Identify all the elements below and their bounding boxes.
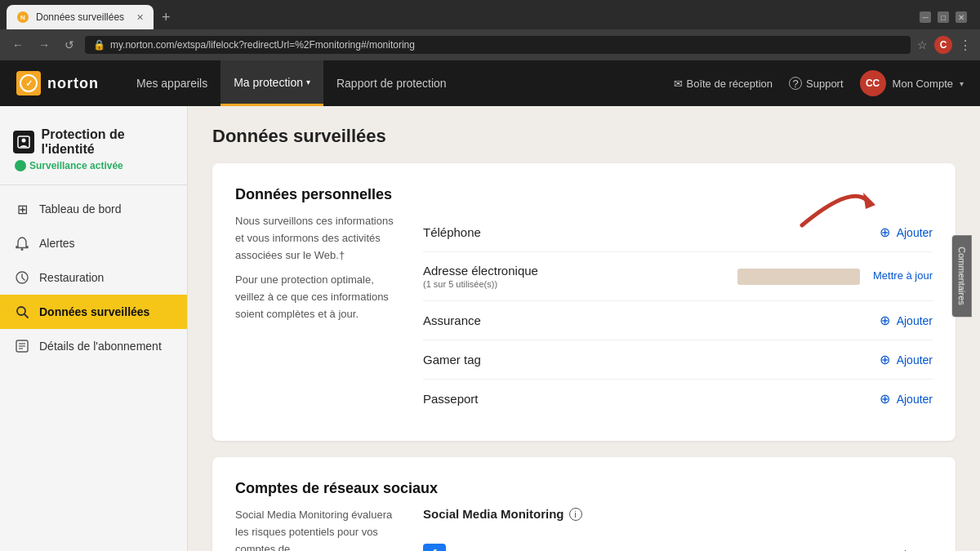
url-text: my.norton.com/extspa/lifelock?redirectUr…	[110, 39, 902, 51]
social-media-monitoring-title: Social Media Monitoring	[423, 507, 564, 521]
sidebar-label-donnees-surveillees: Données surveillées	[39, 305, 149, 318]
support-label: Support	[806, 78, 844, 90]
email-update-button[interactable]: Mettre à jour	[873, 269, 933, 283]
assurance-plus-icon: ⊕	[880, 313, 890, 328]
sidebar-label-restauration: Restauration	[39, 271, 104, 284]
gamer-tag-plus-icon: ⊕	[880, 352, 890, 367]
sidebar-item-restauration[interactable]: Restauration	[0, 260, 187, 295]
telephone-add-label: Ajouter	[897, 226, 933, 239]
email-sub-label: (1 sur 5 utilisée(s))	[423, 279, 737, 289]
passeport-add-button[interactable]: ⊕ Ajouter	[880, 391, 933, 407]
nav-right-items: ✉ Boîte de réception ? Support CC Mon Co…	[674, 70, 964, 96]
user-account-label: Mon Compte	[893, 78, 953, 90]
refresh-button[interactable]: ↺	[60, 37, 78, 53]
sidebar-item-details-abonnement[interactable]: Détails de l'abonnement	[0, 329, 187, 363]
toolbar-right: ☆ C ⋮	[917, 36, 972, 54]
svg-line-9	[24, 314, 28, 318]
feedback-tab[interactable]: Commentaires	[952, 235, 972, 317]
nav-support[interactable]: ? Support	[789, 77, 844, 90]
social-description: Social Media Monitoring évaluera les ris…	[235, 507, 399, 551]
abonnement-icon	[13, 337, 31, 355]
email-label-group: Adresse électronique (1 sur 5 utilisée(s…	[423, 264, 737, 289]
personal-data-card: Données personnelles Nous surveillons ce…	[212, 163, 956, 441]
email-label: Adresse électronique	[423, 264, 737, 278]
nav-rapport-protection[interactable]: Rapport de protection	[323, 60, 460, 106]
svg-point-5	[22, 139, 26, 143]
norton-navbar: ✓ norton Mes appareils Ma protection ▾ R…	[0, 60, 980, 106]
social-card-content: Social Media Monitoring i f Facebook ⊕ A…	[423, 507, 933, 551]
svg-point-6	[21, 248, 24, 251]
email-row: Adresse électronique (1 sur 5 utilisée(s…	[423, 252, 933, 301]
main-layout: Protection de l'identité Surveillance ac…	[0, 106, 980, 551]
assurance-add-button[interactable]: ⊕ Ajouter	[880, 313, 933, 328]
email-value	[737, 269, 860, 285]
social-media-info-icon[interactable]: i	[569, 508, 582, 521]
nav-inbox[interactable]: ✉ Boîte de réception	[674, 78, 773, 90]
nav-mes-appareils[interactable]: Mes appareils	[123, 60, 220, 106]
passeport-label: Passeport	[423, 392, 880, 406]
user-account[interactable]: CC Mon Compte ▾	[860, 70, 964, 96]
sidebar-item-alertes[interactable]: Alertes	[0, 226, 187, 260]
nav-label-mes-appareils: Mes appareils	[136, 77, 207, 90]
nav-ma-protection[interactable]: Ma protection ▾	[220, 60, 323, 106]
facebook-plus-icon: ⊕	[880, 548, 890, 552]
inbox-label: Boîte de réception	[687, 78, 773, 90]
svg-text:✓: ✓	[25, 78, 33, 88]
tab-favicon: N	[16, 11, 29, 24]
svg-marker-14	[863, 193, 875, 209]
back-button[interactable]: ←	[8, 37, 28, 53]
gamer-tag-row: Gamer tag ⊕ Ajouter	[423, 340, 933, 380]
browser-menu-icon[interactable]: ⋮	[959, 38, 972, 53]
passeport-plus-icon: ⊕	[880, 391, 890, 407]
facebook-row: f Facebook ⊕ Ajouter	[423, 532, 933, 551]
forward-button[interactable]: →	[34, 37, 54, 53]
identity-icon	[13, 131, 34, 153]
address-bar-container: ← → ↺ 🔒 my.norton.com/extspa/lifelock?re…	[0, 29, 980, 60]
bookmark-icon[interactable]: ☆	[917, 38, 928, 51]
personal-data-desc-2: Pour une protection optimale, veillez à …	[235, 272, 399, 322]
content-area: Données surveillées Données personnelles…	[188, 106, 980, 551]
passeport-add-label: Ajouter	[897, 393, 933, 406]
url-bar[interactable]: 🔒 my.norton.com/extspa/lifelock?redirect…	[85, 36, 911, 54]
sidebar-item-tableau-de-bord[interactable]: ⊞ Tableau de bord	[0, 192, 187, 226]
sidebar-label-details-abonnement: Détails de l'abonnement	[39, 340, 162, 353]
assurance-label: Assurance	[423, 313, 880, 327]
sidebar-identity-title: Protection de l'identité	[13, 127, 174, 157]
norton-logo-icon: ✓	[16, 71, 41, 96]
sidebar-item-donnees-surveillees[interactable]: Données surveillées	[0, 295, 187, 329]
tab-bar: N Données surveillées ✕ + ─ □ ✕	[0, 0, 980, 29]
sidebar-label-alertes: Alertes	[39, 237, 75, 250]
gamer-tag-label: Gamer tag	[423, 353, 880, 367]
social-card-title: Comptes de réseaux sociaux	[235, 480, 933, 497]
lock-icon: 🔒	[93, 39, 105, 51]
sidebar-identity-section: Protection de l'identité Surveillance ac…	[0, 119, 187, 185]
coupon-icon[interactable]: C	[934, 36, 952, 54]
account-dropdown-icon: ▾	[960, 79, 964, 88]
assurance-add-label: Ajouter	[897, 314, 933, 327]
tab-title: Données surveillées	[36, 11, 130, 23]
facebook-label: Facebook	[454, 549, 880, 552]
assurance-row: Assurance ⊕ Ajouter	[423, 301, 933, 340]
maximize-button[interactable]: □	[938, 11, 949, 23]
email-update-label: Mettre à jour	[873, 269, 933, 282]
minimize-button[interactable]: ─	[920, 11, 931, 23]
tab-close-button[interactable]: ✕	[136, 12, 144, 23]
nav-label-ma-protection: Ma protection	[234, 76, 303, 89]
personal-data-description: Nous surveillons ces informations et vou…	[235, 213, 399, 418]
surveillance-active-icon	[15, 160, 26, 171]
telephone-add-button[interactable]: ⊕ Ajouter	[880, 224, 933, 240]
social-media-monitoring-header: Social Media Monitoring i	[423, 507, 933, 521]
nav-dropdown-icon: ▾	[306, 78, 310, 87]
window-controls: ─ □ ✕	[920, 11, 973, 23]
close-button[interactable]: ✕	[956, 11, 967, 23]
gamer-tag-add-button[interactable]: ⊕ Ajouter	[880, 352, 933, 367]
restauration-icon	[13, 269, 31, 287]
facebook-add-button[interactable]: ⊕ Ajouter	[880, 548, 933, 552]
nav-items: Mes appareils Ma protection ▾ Rapport de…	[123, 60, 674, 106]
active-tab[interactable]: N Données surveillées ✕	[7, 5, 154, 29]
new-tab-button[interactable]: +	[157, 7, 176, 28]
personal-data-rows: Téléphone ⊕ Ajouter Adresse électronique…	[423, 213, 933, 418]
norton-logo: ✓ norton	[16, 71, 99, 96]
email-bar	[737, 269, 860, 285]
social-desc-text: Social Media Monitoring évaluera les ris…	[235, 507, 399, 551]
